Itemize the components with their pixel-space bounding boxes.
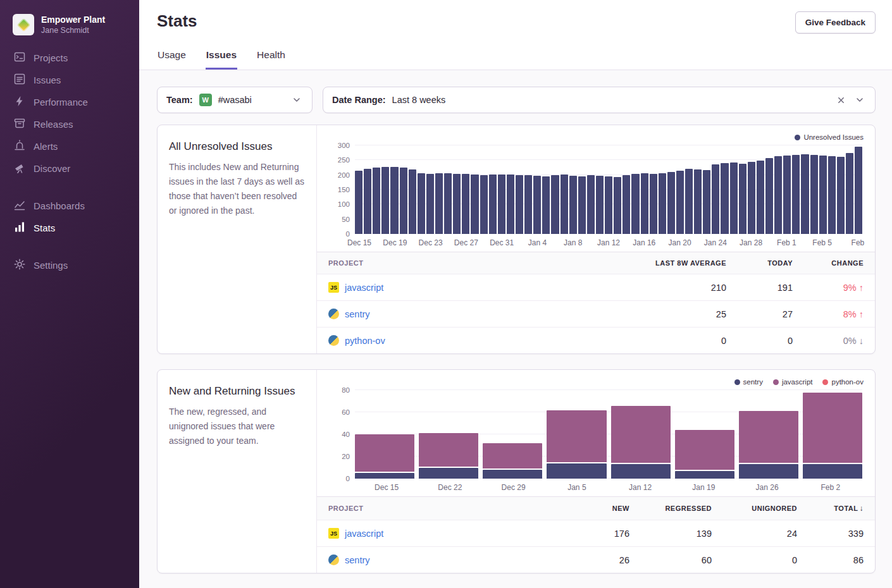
project-link[interactable]: python-ov <box>328 335 590 346</box>
chart-legend: sentryjavascriptpython-ov <box>328 377 864 386</box>
python-icon <box>328 335 339 346</box>
regressed-value: 60 <box>629 555 712 565</box>
unresolved-chart-xaxis: Dec 15Dec 19Dec 23Dec 27Dec 31Jan 4Jan 8… <box>355 234 862 250</box>
panel-description: New and Returning Issues The new, regres… <box>158 370 317 573</box>
sidebar-item-label: Dashboards <box>34 200 85 211</box>
sidebar-item-label: Alerts <box>34 141 58 152</box>
main-area: Stats Give Feedback Usage Issues Health … <box>139 0 892 588</box>
give-feedback-button[interactable]: Give Feedback <box>795 11 876 34</box>
javascript-icon: JS <box>328 282 339 293</box>
sidebar-nav-primary: Projects Issues Performance Releases Ale… <box>0 47 139 180</box>
regressed-value: 139 <box>629 529 712 539</box>
page-content: Team: W #wasabi Date Range: Last 8 weeks… <box>139 70 892 588</box>
new-value: 26 <box>557 555 629 565</box>
org-switcher[interactable]: Empower Plant Jane Schmidt <box>0 11 139 47</box>
col-unignored: UNIGNORED <box>712 505 797 512</box>
app-root: Empower Plant Jane Schmidt Projects Issu… <box>0 0 892 588</box>
sidebar-item-releases[interactable]: Releases <box>0 113 139 135</box>
panel-description-text: This includes New and Returning issues i… <box>169 160 305 218</box>
team-value: #wasabi <box>218 95 252 105</box>
table-row: sentry 26 60 0 86 <box>317 546 875 573</box>
panel-title: All Unresolved Issues <box>169 140 305 153</box>
gear-icon <box>14 259 25 272</box>
sidebar-item-label: Stats <box>34 223 55 233</box>
page-header: Stats Give Feedback Usage Issues Health <box>139 0 892 70</box>
table-row: JSjavascript 176 139 24 339 <box>317 520 875 546</box>
avg-value: 0 <box>590 336 726 346</box>
team-label: Team: <box>166 95 193 105</box>
sidebar-item-label: Settings <box>34 260 68 271</box>
sidebar-item-issues[interactable]: Issues <box>0 69 139 91</box>
col-change: CHANGE <box>793 259 864 267</box>
filter-bar: Team: W #wasabi Date Range: Last 8 weeks <box>157 87 876 113</box>
today-value: 27 <box>726 309 793 319</box>
total-value: 339 <box>797 529 864 539</box>
sidebar-item-stats[interactable]: Stats <box>0 217 139 239</box>
unresolved-issues-table: PROJECT LAST 8W AVERAGE TODAY CHANGE JSj… <box>317 252 875 353</box>
table-row: JSjavascript 210 191 9% ↑ <box>317 274 875 300</box>
avg-value: 25 <box>590 309 726 319</box>
project-link[interactable]: sentry <box>328 309 590 319</box>
sidebar-item-label: Performance <box>34 97 88 107</box>
panel-description-text: The new, regressed, and unignored issues… <box>169 405 305 448</box>
date-range-selector[interactable]: Date Range: Last 8 weeks <box>323 87 876 113</box>
sidebar-nav-tertiary: Settings <box>0 254 139 276</box>
dashboards-icon <box>14 199 25 212</box>
col-project: PROJECT <box>328 259 590 267</box>
new-returning-issues-panel: New and Returning Issues The new, regres… <box>157 369 876 573</box>
change-value: 9% ↑ <box>793 283 864 293</box>
org-name: Empower Plant <box>41 14 105 25</box>
sidebar-item-label: Projects <box>34 52 68 63</box>
tab-issues[interactable]: Issues <box>206 44 237 70</box>
new-returning-chart-xaxis: Dec 15Dec 22Dec 29Jan 5Jan 12Jan 19Jan 2… <box>355 479 862 495</box>
table-row: python-ov 0 0 0% ↓ <box>317 327 875 353</box>
sidebar: Empower Plant Jane Schmidt Projects Issu… <box>0 0 139 588</box>
sidebar-item-discover[interactable]: Discover <box>0 157 139 180</box>
col-new: NEW <box>557 505 629 512</box>
new-returning-chart: sentryjavascriptpython-ov 020406080 Dec … <box>317 370 875 496</box>
chart-legend: Unresolved Issues <box>328 133 864 142</box>
project-link[interactable]: sentry <box>328 554 557 565</box>
sort-descending-icon: ↓ <box>860 504 864 513</box>
project-link[interactable]: JSjavascript <box>328 282 590 293</box>
telescope-icon <box>14 162 25 175</box>
lightning-icon <box>14 95 25 109</box>
sidebar-item-settings[interactable]: Settings <box>0 254 139 276</box>
date-range-value: Last 8 weeks <box>392 95 446 105</box>
tab-usage[interactable]: Usage <box>157 44 187 70</box>
sidebar-item-dashboards[interactable]: Dashboards <box>0 195 139 217</box>
table-header-row: PROJECT NEW REGRESSED UNIGNORED TOTAL↓ <box>317 497 875 520</box>
project-link[interactable]: JSjavascript <box>328 528 557 539</box>
new-returning-table: PROJECT NEW REGRESSED UNIGNORED TOTAL↓ J… <box>317 496 875 573</box>
panel-title: New and Returning Issues <box>169 385 305 398</box>
sidebar-item-label: Releases <box>34 119 73 130</box>
team-selector[interactable]: Team: W #wasabi <box>157 87 313 113</box>
col-regressed: REGRESSED <box>629 505 712 512</box>
team-avatar: W <box>199 94 212 106</box>
unresolved-chart-plot[interactable]: 050100150200250300 <box>355 145 862 234</box>
table-header-row: PROJECT LAST 8W AVERAGE TODAY CHANGE <box>317 252 875 274</box>
siren-icon <box>14 140 25 153</box>
unignored-value: 0 <box>712 555 797 565</box>
sidebar-item-performance[interactable]: Performance <box>0 91 139 113</box>
python-icon <box>328 309 339 319</box>
col-total[interactable]: TOTAL↓ <box>797 504 864 513</box>
chevron-down-icon <box>290 94 303 106</box>
issues-icon <box>14 73 25 87</box>
projects-icon <box>14 51 25 64</box>
tab-health[interactable]: Health <box>256 44 286 70</box>
col-avg: LAST 8W AVERAGE <box>590 259 726 267</box>
col-project: PROJECT <box>328 505 557 512</box>
unignored-value: 24 <box>712 529 797 539</box>
new-returning-chart-plot[interactable]: 020406080 <box>355 390 862 479</box>
clear-icon[interactable] <box>834 94 847 106</box>
archive-icon <box>14 118 25 131</box>
sidebar-item-alerts[interactable]: Alerts <box>0 135 139 157</box>
unresolved-issues-chart: Unresolved Issues 050100150200250300 Dec… <box>317 125 875 252</box>
sidebar-item-projects[interactable]: Projects <box>0 47 139 69</box>
javascript-icon: JS <box>328 528 339 539</box>
unresolved-issues-panel: All Unresolved Issues This includes New … <box>157 125 876 354</box>
org-user-name: Jane Schmidt <box>41 25 105 35</box>
col-today: TODAY <box>726 259 793 267</box>
panel-description: All Unresolved Issues This includes New … <box>158 125 317 353</box>
